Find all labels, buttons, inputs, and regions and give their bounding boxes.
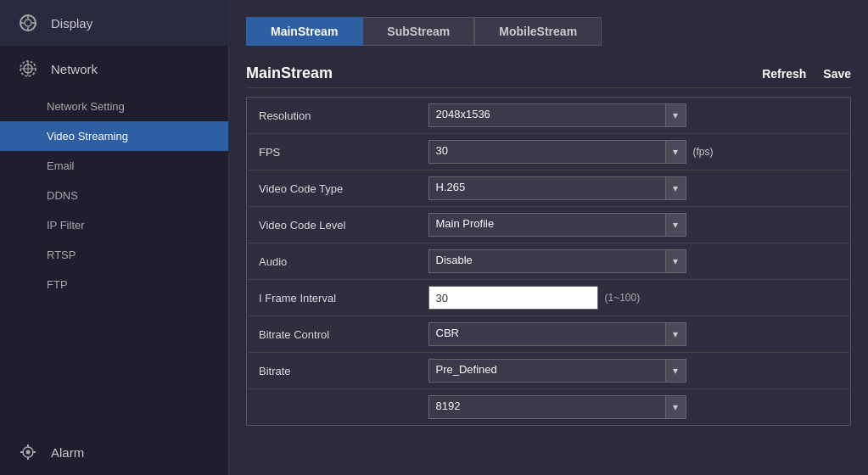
bitrate-select[interactable]: Pre_Defined (428, 359, 666, 383)
video-code-type-chevron[interactable]: ▾ (666, 176, 686, 200)
field-label-video-code-type: Video Code Type (247, 170, 417, 207)
sidebar-item-alarm[interactable]: Alarm (0, 429, 228, 475)
alarm-icon (17, 441, 39, 463)
field-cell-bitrate-control: CBR ▾ (417, 316, 851, 352)
section-header: MainStream Refresh Save (246, 59, 851, 88)
sidebar-subitem-network-setting[interactable]: Network Setting (0, 92, 228, 121)
table-row: Bitrate Pre_Defined ▾ (247, 353, 851, 389)
field-cell-video-code-type: H.265 ▾ (417, 170, 851, 206)
field-label-bitrate: Bitrate (247, 353, 417, 389)
bitrate-value-chevron[interactable]: ▾ (666, 395, 686, 419)
field-cell-bitrate: Pre_Defined ▾ (417, 353, 851, 388)
fps-select-box[interactable]: 30 (428, 140, 666, 164)
video-code-level-wrapper: Main Profile ▾ (428, 213, 686, 237)
field-label-audio: Audio (247, 243, 417, 280)
audio-wrapper: Disable ▾ (428, 249, 686, 273)
svg-point-11 (26, 450, 31, 455)
bitrate-wrapper: Pre_Defined ▾ (428, 359, 686, 383)
form-table: Resolution 2048x1536 ▾ FPS 30 (246, 97, 851, 426)
field-label-i-frame-interval: I Frame Interval (247, 280, 417, 316)
field-cell-i-frame-interval: (1~100) (417, 280, 851, 316)
field-cell-video-code-level: Main Profile ▾ (417, 207, 851, 243)
video-code-level-select[interactable]: Main Profile (428, 213, 666, 237)
sidebar-item-display[interactable]: Display (0, 0, 228, 46)
field-cell-resolution: 2048x1536 ▾ (417, 98, 851, 133)
table-row: FPS 30 ▾ (fps) (247, 134, 851, 170)
save-button[interactable]: Save (823, 67, 851, 81)
table-row: Video Code Level Main Profile ▾ (247, 207, 851, 243)
audio-select[interactable]: Disable (428, 249, 666, 273)
table-row: 8192 ▾ (247, 389, 851, 426)
tab-bar: MainStream SubStream MobileStream (246, 17, 851, 46)
tab-mainstream[interactable]: MainStream (246, 17, 362, 46)
table-row: Audio Disable ▾ (247, 243, 851, 280)
display-icon (17, 12, 39, 34)
sidebar-subitem-ddns[interactable]: DDNS (0, 181, 228, 210)
bitrate-control-chevron[interactable]: ▾ (666, 322, 686, 346)
resolution-select-box[interactable]: 2048x1536 (428, 103, 666, 127)
resolution-select-wrapper: 2048x1536 ▾ (428, 103, 686, 127)
fps-suffix: (fps) (693, 146, 714, 158)
fps-select-wrapper: 30 ▾ (428, 140, 686, 164)
sidebar-subitem-email[interactable]: Email (0, 151, 228, 181)
sidebar-item-network-label: Network (51, 62, 98, 76)
field-cell-audio: Disable ▾ (417, 243, 851, 279)
sidebar-subitem-ip-filter[interactable]: IP Filter (0, 210, 228, 240)
tab-substream[interactable]: SubStream (362, 17, 474, 46)
table-row: Bitrate Control CBR ▾ (247, 316, 851, 353)
field-cell-fps: 30 ▾ (fps) (417, 134, 851, 170)
field-label-bitrate-control: Bitrate Control (247, 316, 417, 353)
sidebar-item-network[interactable]: Network (0, 46, 228, 92)
tab-mobilestream[interactable]: MobileStream (474, 17, 602, 46)
sidebar-subitem-rtsp[interactable]: RTSP (0, 240, 228, 270)
i-frame-interval-input[interactable] (428, 286, 598, 310)
section-title: MainStream (246, 64, 762, 82)
table-row: I Frame Interval (1~100) (247, 280, 851, 316)
bitrate-chevron[interactable]: ▾ (666, 359, 686, 383)
field-label-resolution: Resolution (247, 98, 417, 134)
field-label-bitrate-value (247, 389, 417, 426)
video-code-type-select[interactable]: H.265 (428, 176, 666, 200)
header-actions: Refresh Save (762, 67, 851, 81)
refresh-button[interactable]: Refresh (762, 67, 806, 81)
svg-point-1 (25, 20, 31, 26)
resolution-chevron[interactable]: ▾ (666, 103, 686, 127)
sidebar-item-alarm-label: Alarm (51, 445, 84, 460)
sidebar-subitem-ftp[interactable]: FTP (0, 270, 228, 299)
i-frame-hint: (1~100) (605, 292, 641, 304)
field-cell-bitrate-value: 8192 ▾ (417, 389, 851, 425)
network-icon (17, 58, 39, 80)
audio-chevron[interactable]: ▾ (666, 249, 686, 273)
bitrate-value-wrapper: 8192 ▾ (428, 395, 686, 419)
sidebar-item-display-label: Display (51, 16, 92, 31)
field-label-fps: FPS (247, 134, 417, 170)
sidebar-subitem-video-streaming[interactable]: Video Streaming (0, 121, 228, 151)
main-content: MainStream SubStream MobileStream MainSt… (229, 0, 868, 475)
field-label-video-code-level: Video Code Level (247, 207, 417, 243)
table-row: Resolution 2048x1536 ▾ (247, 98, 851, 134)
sidebar: Display Network Network Setting Video St… (0, 0, 229, 475)
table-row: Video Code Type H.265 ▾ (247, 170, 851, 207)
video-code-level-chevron[interactable]: ▾ (666, 213, 686, 237)
bitrate-value-select[interactable]: 8192 (428, 395, 666, 419)
bitrate-control-wrapper: CBR ▾ (428, 322, 686, 346)
video-code-type-wrapper: H.265 ▾ (428, 176, 686, 200)
bitrate-control-select[interactable]: CBR (428, 322, 666, 346)
fps-chevron[interactable]: ▾ (666, 140, 686, 164)
